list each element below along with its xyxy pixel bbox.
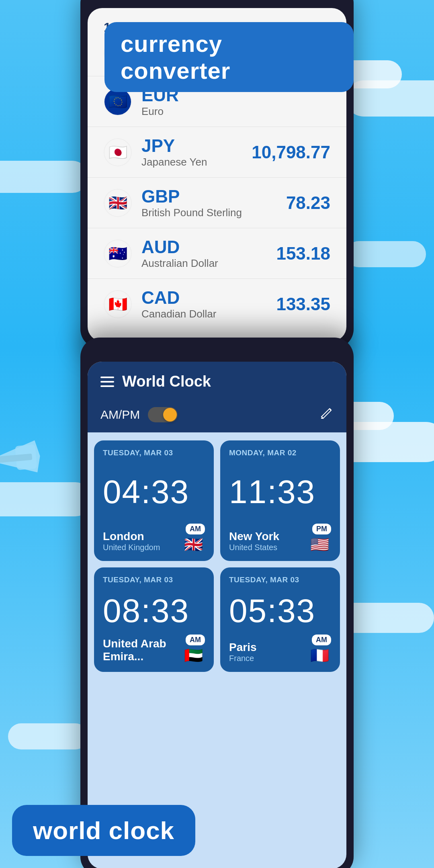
paris-right: AM 🇫🇷 bbox=[308, 635, 331, 663]
london-right: AM 🇬🇧 bbox=[182, 524, 205, 552]
paris-flag: 🇫🇷 bbox=[308, 648, 331, 663]
cad-name: Canadian Dollar bbox=[141, 308, 276, 320]
london-date: TUESDAY, MAR 03 bbox=[103, 448, 205, 457]
world-clock-phone: World Clock AM/PM bbox=[80, 338, 354, 868]
currency-row: 🇬🇧 GBP British Pound Sterling 78.23 bbox=[88, 178, 346, 228]
cad-value: 133.35 bbox=[276, 294, 330, 314]
cloud-deco bbox=[8, 723, 88, 749]
aud-value: 153.18 bbox=[276, 244, 330, 264]
uae-right: AM 🇦🇪 bbox=[182, 635, 205, 663]
world-clock-screen: World Clock AM/PM bbox=[88, 362, 346, 868]
paris-ampm: AM bbox=[312, 635, 331, 645]
london-time: 04:33 bbox=[103, 464, 205, 520]
eur-name: Euro bbox=[141, 105, 330, 118]
cad-flag-emoji: 🇨🇦 bbox=[108, 297, 127, 312]
cloud-deco bbox=[0, 482, 92, 516]
aud-code: AUD bbox=[141, 237, 276, 257]
aud-name: Australian Dollar bbox=[141, 257, 276, 270]
phone-notch bbox=[210, 345, 224, 359]
ampm-toggle-row: AM/PM bbox=[100, 407, 178, 422]
world-clock-badge: world clock bbox=[12, 805, 195, 856]
newyork-city: New York bbox=[229, 530, 279, 543]
newyork-date: MONDAY, MAR 02 bbox=[229, 448, 331, 457]
paris-city: Paris bbox=[229, 641, 257, 654]
london-footer: London United Kingdom AM 🇬🇧 bbox=[103, 524, 205, 552]
aud-flag: 🇦🇺 bbox=[104, 240, 132, 268]
gbp-code: GBP bbox=[141, 186, 286, 207]
newyork-footer: New York United States PM 🇺🇸 bbox=[229, 524, 331, 552]
aud-flag-emoji: 🇦🇺 bbox=[108, 246, 127, 261]
jpy-value: 10,798.77 bbox=[252, 142, 330, 162]
gbp-info: GBP British Pound Sterling bbox=[141, 186, 286, 219]
uae-time: 08:33 bbox=[103, 591, 205, 631]
edit-button[interactable] bbox=[320, 406, 334, 423]
uae-ampm: AM bbox=[186, 635, 205, 645]
london-country: United Kingdom bbox=[103, 543, 160, 552]
uae-date: TUESDAY, MAR 03 bbox=[103, 575, 205, 584]
clock-grid: TUESDAY, MAR 03 04:33 London United King… bbox=[88, 432, 346, 680]
london-ampm: AM bbox=[186, 524, 205, 534]
london-city: London bbox=[103, 530, 160, 543]
gbp-value: 78.23 bbox=[286, 193, 330, 213]
currency-row: 🇯🇵 JPY Japanese Yen 10,798.77 bbox=[88, 127, 346, 178]
cloud-deco bbox=[346, 241, 426, 267]
hamburger-menu-button[interactable] bbox=[100, 377, 114, 387]
world-clock-title: World Clock bbox=[122, 373, 334, 390]
newyork-time: 11:33 bbox=[229, 464, 331, 520]
paris-time: 05:33 bbox=[229, 591, 331, 631]
jpy-code: JPY bbox=[141, 136, 252, 156]
eur-flag-emoji: 🇪🇺 bbox=[108, 94, 127, 109]
world-clock-header: World Clock bbox=[88, 362, 346, 399]
gbp-flag-emoji: 🇬🇧 bbox=[108, 195, 127, 211]
jpy-flag: 🇯🇵 bbox=[104, 138, 132, 166]
world-clock-toolbar: AM/PM bbox=[88, 399, 346, 432]
london-flag: 🇬🇧 bbox=[182, 537, 205, 552]
airplane-decoration bbox=[0, 431, 50, 486]
clock-card-london: TUESDAY, MAR 03 04:33 London United King… bbox=[94, 440, 214, 561]
paris-footer: Paris France AM 🇫🇷 bbox=[229, 635, 331, 663]
jpy-name: Japanese Yen bbox=[141, 156, 252, 168]
cloud-deco bbox=[0, 161, 88, 193]
world-clock-badge-label: world clock bbox=[33, 817, 174, 844]
london-location: London United Kingdom bbox=[103, 530, 160, 552]
aud-info: AUD Australian Dollar bbox=[141, 237, 276, 270]
currency-badge-label: currency converter bbox=[121, 31, 230, 84]
gbp-flag: 🇬🇧 bbox=[104, 189, 132, 217]
uae-city: United Arab Emira... bbox=[103, 637, 182, 663]
jpy-flag-emoji: 🇯🇵 bbox=[108, 145, 127, 160]
jpy-info: JPY Japanese Yen bbox=[141, 136, 252, 168]
newyork-location: New York United States bbox=[229, 530, 279, 552]
newyork-ampm: PM bbox=[312, 524, 331, 534]
currency-row: 🇨🇦 CAD Canadian Dollar 133.35 bbox=[88, 279, 346, 329]
clock-card-uae: TUESDAY, MAR 03 08:33 United Arab Emira.… bbox=[94, 567, 214, 672]
paris-country: France bbox=[229, 654, 257, 663]
ampm-label: AM/PM bbox=[100, 408, 140, 422]
paris-location: Paris France bbox=[229, 641, 257, 663]
cad-code: CAD bbox=[141, 288, 276, 308]
ampm-toggle[interactable] bbox=[148, 407, 178, 422]
cad-info: CAD Canadian Dollar bbox=[141, 288, 276, 320]
uae-location: United Arab Emira... bbox=[103, 637, 182, 663]
currency-converter-badge: currency converter bbox=[104, 22, 354, 92]
paris-date: TUESDAY, MAR 03 bbox=[229, 575, 331, 584]
uae-flag: 🇦🇪 bbox=[182, 648, 205, 663]
currency-row: 🇦🇺 AUD Australian Dollar 153.18 bbox=[88, 228, 346, 279]
gbp-name: British Pound Sterling bbox=[141, 207, 286, 219]
newyork-right: PM 🇺🇸 bbox=[308, 524, 331, 552]
newyork-country: United States bbox=[229, 543, 279, 552]
uae-footer: United Arab Emira... AM 🇦🇪 bbox=[103, 635, 205, 663]
currency-phone: currency converter 100 USD equals: 🇺🇸 US… bbox=[80, 0, 354, 348]
cad-flag: 🇨🇦 bbox=[104, 290, 132, 318]
toggle-knob bbox=[163, 408, 177, 422]
clock-card-newyork: MONDAY, MAR 02 11:33 New York United Sta… bbox=[220, 440, 340, 561]
newyork-flag: 🇺🇸 bbox=[308, 537, 331, 552]
clock-card-paris: TUESDAY, MAR 03 05:33 Paris France AM 🇫🇷 bbox=[220, 567, 340, 672]
